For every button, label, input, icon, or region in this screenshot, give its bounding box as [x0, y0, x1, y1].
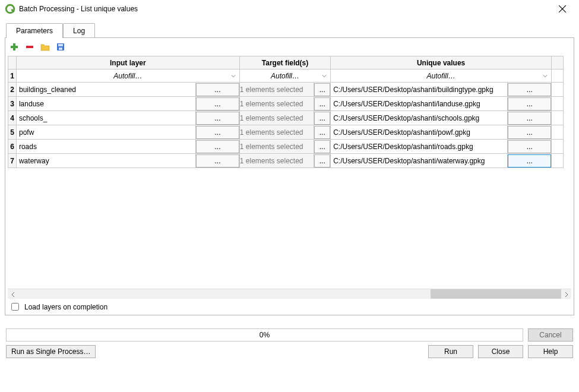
input-layer-cell[interactable] — [16, 154, 195, 168]
unique-values-cell[interactable] — [331, 154, 508, 168]
tab-parameters[interactable]: Parameters — [6, 23, 63, 38]
chevron-down-icon — [543, 74, 548, 78]
target-fields-cell: 1 elements selected — [239, 125, 314, 140]
target-fields-cell: 1 elements selected — [239, 154, 314, 168]
scroll-right-arrow-icon[interactable] — [561, 289, 571, 299]
save-batch-button[interactable] — [55, 42, 66, 52]
unique-values-browse-button[interactable]: ... — [508, 154, 551, 167]
autofill-target[interactable]: Autofill… — [239, 69, 330, 83]
autofill-target-label: Autofill… — [271, 72, 299, 80]
target-fields-select-button[interactable]: ... — [314, 154, 330, 167]
window-close-button[interactable] — [550, 1, 574, 17]
help-button[interactable]: Help — [528, 345, 573, 358]
autofill-unique-label: Autofill… — [427, 72, 455, 80]
unique-values-cell[interactable] — [331, 83, 508, 97]
target-fields-select-button[interactable]: ... — [314, 83, 330, 96]
col-end — [552, 56, 564, 69]
unique-values-cell[interactable] — [331, 111, 508, 125]
run-as-single-button[interactable]: Run as Single Process… — [6, 345, 96, 358]
chevron-down-icon — [231, 74, 236, 78]
target-fields-cell: 1 elements selected — [239, 97, 314, 111]
close-button[interactable]: Close — [478, 345, 523, 358]
autofill-input-label: Autofill… — [113, 72, 142, 80]
rowhead-blank — [8, 56, 17, 69]
remove-row-button[interactable] — [24, 42, 35, 52]
input-layer-cell[interactable] — [16, 125, 195, 140]
open-batch-button[interactable] — [40, 42, 50, 52]
col-target-fields[interactable]: Target field(s) — [239, 56, 330, 69]
unique-values-field[interactable] — [331, 140, 507, 153]
target-fields-select-button[interactable]: ... — [314, 97, 330, 110]
row-num: 4 — [8, 111, 17, 125]
input-layer-browse-button[interactable]: ... — [196, 126, 239, 139]
input-layer-browse-button[interactable]: ... — [196, 83, 239, 96]
input-layer-field[interactable] — [17, 154, 195, 167]
cancel-button[interactable]: Cancel — [528, 328, 573, 342]
unique-values-cell[interactable] — [331, 140, 508, 154]
table-header-row: Input layer Target field(s) Unique value… — [8, 56, 564, 69]
svg-rect-5 — [11, 46, 18, 48]
autofill-row: 1 Autofill… Autofill… Autofill… — [8, 69, 564, 83]
chevron-down-icon — [322, 74, 327, 78]
input-layer-cell[interactable] — [16, 140, 195, 154]
tabbar: Parameters Log — [6, 23, 574, 37]
unique-values-browse-button[interactable]: ... — [508, 126, 551, 139]
unique-values-cell[interactable] — [331, 125, 508, 140]
target-fields-cell: 1 elements selected — [239, 83, 314, 97]
autofill-input[interactable]: Autofill… — [16, 69, 239, 83]
add-row-button[interactable] — [9, 42, 20, 52]
table-row: 7...1 elements selected...... — [8, 154, 564, 168]
input-layer-field[interactable] — [17, 126, 195, 139]
input-layer-field[interactable] — [17, 83, 195, 96]
table-row: 4...1 elements selected...... — [8, 111, 564, 125]
unique-values-field[interactable] — [331, 126, 507, 139]
titlebar: Batch Processing - List unique values — [0, 0, 579, 18]
progress-bar: 0% — [6, 328, 523, 342]
target-fields-select-button[interactable]: ... — [314, 112, 330, 125]
input-layer-browse-button[interactable]: ... — [196, 154, 239, 167]
unique-values-browse-button[interactable]: ... — [508, 112, 551, 125]
run-button[interactable]: Run — [428, 345, 473, 358]
load-layers-checkbox[interactable] — [11, 303, 19, 311]
target-fields-select-button[interactable]: ... — [314, 140, 330, 153]
target-fields-cell: 1 elements selected — [239, 111, 314, 125]
col-input-layer[interactable]: Input layer — [16, 56, 239, 69]
target-fields-select-button[interactable]: ... — [314, 126, 330, 139]
input-layer-field[interactable] — [17, 97, 195, 110]
tab-log[interactable]: Log — [63, 23, 95, 38]
row-num: 2 — [8, 83, 17, 97]
unique-values-cell[interactable] — [331, 97, 508, 111]
window-title: Batch Processing - List unique values — [19, 5, 138, 13]
scroll-thumb[interactable] — [431, 289, 561, 299]
autofill-unique[interactable]: Autofill… — [331, 69, 552, 83]
input-layer-browse-button[interactable]: ... — [196, 112, 239, 125]
unique-values-browse-button[interactable]: ... — [508, 140, 551, 153]
input-layer-field[interactable] — [17, 112, 195, 125]
input-layer-field[interactable] — [17, 140, 195, 153]
scroll-left-arrow-icon[interactable] — [8, 289, 18, 299]
unique-values-field[interactable] — [331, 154, 507, 167]
unique-values-field[interactable] — [331, 112, 507, 125]
progress-label: 0% — [7, 329, 523, 341]
table-row: 2...1 elements selected...... — [8, 83, 564, 97]
horizontal-scrollbar[interactable] — [8, 289, 571, 299]
input-layer-cell[interactable] — [16, 111, 195, 125]
input-layer-cell[interactable] — [16, 97, 195, 111]
svg-rect-9 — [59, 48, 62, 50]
input-layer-browse-button[interactable]: ... — [196, 97, 239, 110]
unique-values-field[interactable] — [331, 83, 507, 96]
row-num: 7 — [8, 154, 17, 168]
row-num: 6 — [8, 140, 17, 154]
unique-values-browse-button[interactable]: ... — [508, 97, 551, 110]
col-unique-values[interactable]: Unique values — [331, 56, 552, 69]
load-layers-label: Load layers on completion — [24, 303, 107, 311]
batch-table: Input layer Target field(s) Unique value… — [8, 56, 564, 168]
app-icon — [5, 4, 15, 14]
load-layers-row: Load layers on completion — [8, 299, 571, 314]
unique-values-browse-button[interactable]: ... — [508, 83, 551, 96]
batch-toolbar — [8, 40, 571, 56]
unique-values-field[interactable] — [331, 97, 507, 110]
input-layer-cell[interactable] — [16, 83, 195, 97]
tab-panel-parameters: Input layer Target field(s) Unique value… — [5, 37, 574, 315]
input-layer-browse-button[interactable]: ... — [196, 140, 239, 153]
